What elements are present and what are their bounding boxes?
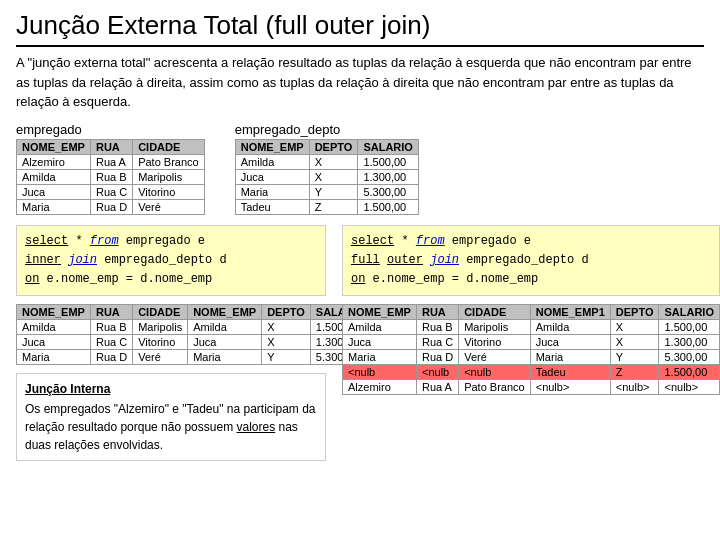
kw-select-left: select	[25, 234, 68, 248]
description-text: A "junção externa total" acrescenta a re…	[16, 53, 704, 112]
note-box: Junção Interna Os empregados "Alzemiro" …	[16, 373, 326, 461]
kw-on-inner: on	[25, 272, 39, 286]
main-content: select * from empregado e inner join emp…	[16, 225, 704, 462]
emp-col-header: NOME_EMP	[17, 139, 91, 154]
inner-col-header: CIDADE	[133, 305, 188, 320]
outer-col-header: NOME_EMP	[343, 305, 417, 320]
emp-col-header: RUA	[90, 139, 132, 154]
note-text: Os empregados "Alzemiro" e "Tadeu" na pa…	[25, 400, 317, 454]
table-row: AmildaRua BMaripolisAmildaX1.500,00	[343, 320, 720, 335]
emp-table-label: empregado	[16, 122, 205, 137]
table-row: JucaRua CVitorinoJucaX1.300,00	[17, 335, 371, 350]
table-row: JucaRua CVitorino	[17, 184, 205, 199]
table-row: AlzemiroRua APato Branco	[17, 154, 205, 169]
kw-full: full	[351, 253, 380, 267]
inner-join-code: select * from empregado e inner join emp…	[16, 225, 326, 297]
depto-table: NOME_EMPDEPTOSALARIO AmildaX1.500,00Juca…	[235, 139, 419, 215]
inner-col-header: RUA	[90, 305, 132, 320]
kw-on-outer: on	[351, 272, 365, 286]
table-row: JucaX1.300,00	[235, 169, 418, 184]
emp-col-header: CIDADE	[133, 139, 205, 154]
note-title: Junção Interna	[25, 380, 317, 398]
emp-table-section: empregado NOME_EMPRUACIDADE AlzemiroRua …	[16, 122, 205, 215]
table-row: AmildaRua BMaripolis	[17, 169, 205, 184]
kw-join-inner: join	[68, 253, 97, 267]
inner-col-header: NOME_EMP	[17, 305, 91, 320]
source-tables-row: empregado NOME_EMPRUACIDADE AlzemiroRua …	[16, 122, 704, 215]
full-outer-join-code: select * from empregado e full outer joi…	[342, 225, 720, 297]
kw-outer: outer	[387, 253, 423, 267]
page-title: Junção Externa Total (full outer join)	[16, 10, 704, 47]
table-row: AmildaRua BMaripolisAmildaX1.500,00	[17, 320, 371, 335]
kw-from-right: from	[416, 234, 445, 248]
table-row: JucaRua CVitorinoJucaX1.300,00	[343, 335, 720, 350]
depto-table-section: empregado_depto NOME_EMPDEPTOSALARIO Ami…	[235, 122, 419, 215]
table-row: AlzemiroRua APato Branco<nulb><nulb><nul…	[343, 380, 720, 395]
depto-col-header: DEPTO	[309, 139, 358, 154]
table-row: MariaRua DVeré	[17, 199, 205, 214]
table-row: AmildaX1.500,00	[235, 154, 418, 169]
table-row: TadeuZ1.500,00	[235, 199, 418, 214]
inner-col-header: NOME_EMP	[188, 305, 262, 320]
right-panel: select * from empregado e full outer joi…	[342, 225, 720, 462]
outer-col-header: SALARIO	[659, 305, 720, 320]
inner-result-table: NOME_EMPRUACIDADENOME_EMPDEPTOSALARIO Am…	[16, 304, 371, 365]
outer-col-header: RUA	[416, 305, 458, 320]
emp-table: NOME_EMPRUACIDADE AlzemiroRua APato Bran…	[16, 139, 205, 215]
depto-col-header: NOME_EMP	[235, 139, 309, 154]
inner-col-header: DEPTO	[262, 305, 311, 320]
table-row: MariaRua DVeréMariaY5.300,00	[343, 350, 720, 365]
kw-inner: inner	[25, 253, 61, 267]
depto-table-label: empregado_depto	[235, 122, 419, 137]
outer-col-header: DEPTO	[610, 305, 659, 320]
left-panel: select * from empregado e inner join emp…	[16, 225, 326, 462]
kw-from-left: from	[90, 234, 119, 248]
kw-select-right: select	[351, 234, 394, 248]
depto-col-header: SALARIO	[358, 139, 419, 154]
outer-result-table: NOME_EMPRUACIDADENOME_EMP1DEPTOSALARIO A…	[342, 304, 720, 395]
outer-col-header: CIDADE	[459, 305, 531, 320]
table-row: MariaRua DVeréMariaY5.300,00	[17, 350, 371, 365]
kw-outer-join: join	[430, 253, 459, 267]
outer-col-header: NOME_EMP1	[530, 305, 610, 320]
table-row: MariaY5.300,00	[235, 184, 418, 199]
table-row: <nulb<nulb<nulbTadeuZ1.500,00	[343, 365, 720, 380]
inner-result-section: NOME_EMPRUACIDADENOME_EMPDEPTOSALARIO Am…	[16, 304, 326, 365]
outer-result-section: NOME_EMPRUACIDADENOME_EMP1DEPTOSALARIO A…	[342, 304, 720, 395]
